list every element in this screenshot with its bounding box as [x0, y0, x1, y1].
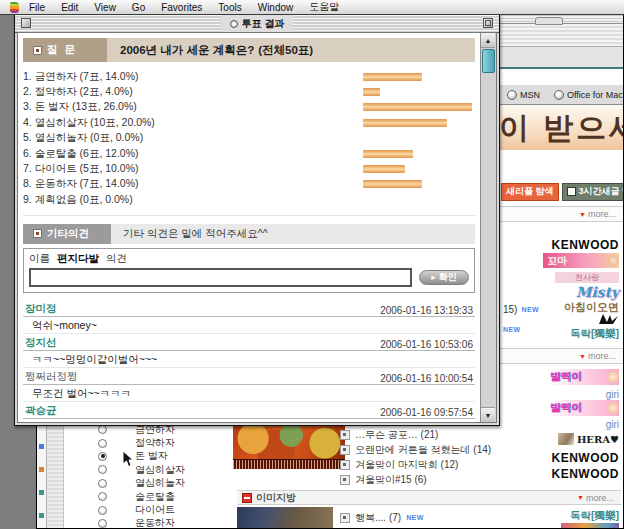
badges-row: 새리플 탐색 3시간새글 탐색	[501, 183, 624, 201]
more-link[interactable]: more...	[588, 209, 616, 219]
comment-date: 2006-01-16 10:00:54	[380, 373, 473, 384]
kenwood-ad[interactable]: KENWOOD	[552, 467, 620, 481]
more-arrow-icon: ▼	[579, 211, 586, 218]
baljjigi-ad-banner[interactable]: 발찍이	[547, 400, 619, 416]
favorite-msn[interactable]: MSN	[507, 90, 540, 100]
post-link[interactable]: …무슨 공포… (21)	[355, 428, 438, 442]
radio-label: 절약하자	[135, 436, 175, 450]
scroll-down-button[interactable]: ▼	[481, 407, 495, 422]
radio-row[interactable]: 절약하자	[92, 436, 185, 449]
menu-file[interactable]: File	[21, 2, 53, 13]
radio-row[interactable]: 열심히살자	[92, 463, 185, 476]
ad-label: HERA♥	[577, 434, 619, 445]
close-box-button[interactable]	[21, 18, 31, 28]
window-tab-widget[interactable]	[535, 17, 563, 25]
dokrak-ad[interactable]: 독락[獨樂]	[570, 509, 619, 523]
dialog-main: 질 문 2006년 내가 세운 계획은? (전체50표) 1. 금연하자 (7표…	[18, 33, 480, 422]
radio-row[interactable]: 열심히놀자	[92, 477, 185, 490]
misty-ad[interactable]: Misty	[576, 284, 619, 300]
menu-window[interactable]: Window	[250, 2, 302, 13]
feedback-header: 기타의견 기타 의견은 밑에 적어주세요^^	[23, 224, 475, 244]
more-bar: ▼ more...	[499, 348, 623, 364]
radio-label: 다이어트	[135, 503, 175, 517]
radio-button[interactable]	[98, 425, 107, 434]
new-reply-search-badge[interactable]: 새리플 탐색	[501, 183, 559, 201]
favorite-office[interactable]: Office for Macin	[554, 90, 624, 100]
poll-row: 1. 금연하자 (7표, 14.0%)	[23, 69, 475, 84]
name-label: 이름	[29, 252, 50, 266]
radio-row[interactable]: 다이어트	[92, 503, 185, 516]
dialog-title-box: 투표 결과	[221, 15, 294, 32]
post-link[interactable]: 겨울맞이#15 (6)	[355, 473, 427, 487]
scroll-up-button[interactable]: ▲	[481, 33, 495, 48]
image-room-photo[interactable]	[237, 507, 333, 529]
poll-row: 9. 계획없음 (0표, 0.0%)	[23, 192, 475, 207]
hera-ad-banner[interactable]: HERA♥	[558, 433, 619, 445]
radio-row[interactable]: 운동하자	[92, 517, 185, 529]
poll-results-dialog: 투표 결과 질 문 2006년 내가 세운 계획은? (전체50표) 1	[14, 14, 500, 426]
radio-button[interactable]	[98, 479, 107, 488]
baljjigi-ad-banner[interactable]: 발찍이	[547, 369, 619, 385]
radio-button[interactable]	[98, 506, 107, 515]
poll-row: 2. 절약하자 (2표, 4.0%)	[23, 84, 475, 99]
poll-row: 7. 다이어트 (5표, 10.0%)	[23, 161, 475, 176]
kenwood-ad[interactable]: KENWOOD	[552, 451, 620, 465]
post-link-row[interactable]: 겨울맞이 마지막회 (12)	[340, 457, 491, 472]
ad-label: 천사랑	[575, 272, 599, 283]
more-link[interactable]: more...	[588, 351, 616, 361]
sidebar-icon-strip[interactable]	[37, 426, 47, 528]
comment-author: 정지선	[25, 336, 57, 350]
image-room-more[interactable]: ▼ more...	[577, 493, 614, 503]
comment-header: 정지선 2006-01-16 10:53:06	[23, 334, 475, 351]
opinion-input[interactable]	[29, 268, 412, 287]
menu-view[interactable]: View	[86, 2, 124, 13]
radio-button[interactable]	[98, 465, 107, 474]
menu-favorites[interactable]: Favorites	[153, 2, 210, 13]
giri-ad[interactable]: giri	[606, 419, 619, 430]
lantern-photo[interactable]	[233, 426, 345, 459]
post-link[interactable]: 행복.... (7)	[355, 511, 401, 525]
question-text: 2006년 내가 세운 계획은?	[120, 43, 254, 58]
kenwood-ad[interactable]: KENWOOD	[552, 238, 620, 252]
post-link-row[interactable]: …무슨 공포… (21)	[340, 427, 491, 442]
dokrak-ad[interactable]: 독락[獨樂]	[570, 327, 619, 341]
sidebar-pinstripe	[47, 426, 64, 528]
post-link-row[interactable]: 오랜만에 커튼을 젖혔는데 (14)	[340, 442, 491, 457]
kkoma-ad-banner[interactable]: 꼬마	[543, 253, 619, 268]
radio-button[interactable]	[98, 439, 107, 448]
menu-tools[interactable]: Tools	[210, 2, 249, 13]
radio-row[interactable]: 돈 벌자	[92, 450, 185, 463]
new-post-search-badge[interactable]: 3시간새글 탐색	[562, 183, 624, 201]
radio-button[interactable]	[98, 452, 107, 461]
dialog-title: 투표 결과	[242, 17, 285, 31]
poll-bar	[363, 103, 472, 111]
apple-menu-icon[interactable]	[10, 2, 19, 13]
menu-help[interactable]: 도움말	[301, 0, 347, 14]
post-link[interactable]: 겨울맞이 마지막회 (12)	[355, 458, 458, 472]
more-arrow-icon: ▼	[579, 353, 586, 360]
poll-bar	[363, 150, 413, 158]
box-icon	[567, 187, 576, 196]
zoom-box-button[interactable]	[483, 18, 493, 28]
poll-bar	[363, 119, 447, 127]
dialog-titlebar[interactable]: 투표 결과	[15, 15, 499, 33]
confirm-button[interactable]: ▸ 확인	[419, 270, 469, 285]
giri-ad[interactable]: giri	[606, 389, 619, 400]
menu-go[interactable]: Go	[124, 2, 153, 13]
dialog-scrollbar[interactable]: ▲ ▼	[480, 33, 496, 422]
opinion-label: 의견	[106, 252, 127, 266]
cheonsarang-ad-banner[interactable]: 천사랑	[555, 272, 619, 283]
screen: MSN Office for Macin 이 받으세 새리플 탐색 3시간새글 …	[0, 0, 624, 529]
radio-row[interactable]: 술로탈출	[92, 490, 185, 503]
menu-edit[interactable]: Edit	[53, 2, 86, 13]
ad-image-strip[interactable]	[561, 523, 619, 529]
section-icon	[33, 46, 42, 55]
scrollbar-thumb[interactable]	[482, 49, 495, 73]
post-link-row[interactable]: 행복.... (7) NEW	[340, 510, 424, 525]
post-link[interactable]: 오랜만에 커튼을 젖혔는데 (14)	[355, 443, 491, 457]
post-link-row[interactable]: 겨울맞이#15 (6)	[340, 472, 491, 487]
radio-button[interactable]	[98, 492, 107, 501]
favorite-label: MSN	[520, 90, 540, 100]
comment-date: 2006-01-16 10:53:06	[380, 339, 473, 350]
radio-button[interactable]	[98, 519, 107, 528]
